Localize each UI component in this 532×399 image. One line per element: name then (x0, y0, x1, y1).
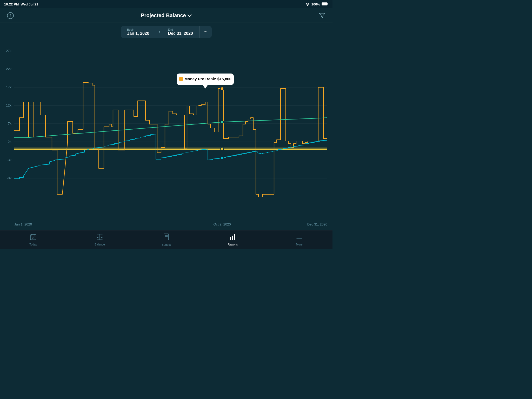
balance-icon (96, 234, 103, 242)
page-title: Projected Balance (141, 12, 191, 18)
nav-label-budget: Budget (162, 243, 171, 246)
begin-label: Begin (127, 28, 134, 31)
chevron-down-icon (188, 12, 192, 18)
svg-text:17k: 17k (6, 85, 11, 89)
battery-percent: 100% (311, 2, 320, 6)
svg-text:?: ? (9, 14, 11, 18)
svg-point-27 (221, 156, 224, 159)
begin-value: Jan 1, 2020 (127, 31, 149, 36)
svg-text:7k: 7k (8, 122, 11, 125)
nav-item-budget[interactable]: Budget (133, 230, 200, 249)
main-content: 27k 22k 17k 12k 7k 2k -3k -8k (0, 41, 332, 230)
svg-text:22k: 22k (6, 67, 11, 71)
battery-icon (322, 2, 328, 6)
svg-rect-1 (322, 3, 327, 5)
nav-item-today[interactable]: 21 Today (0, 230, 66, 249)
svg-text:12k: 12k (6, 103, 11, 107)
nav-label-reports: Reports (228, 243, 238, 246)
status-time-date: 10:22 PM Wed Jul 21 (4, 2, 38, 6)
status-bar: 10:22 PM Wed Jul 21 100% (0, 0, 332, 8)
status-right: 100% (305, 2, 328, 6)
chart-wrapper[interactable]: 27k 22k 17k 12k 7k 2k -3k -8k (0, 41, 332, 230)
svg-point-24 (221, 87, 224, 90)
svg-text:-8k: -8k (7, 176, 12, 180)
end-label: End (168, 28, 173, 31)
end-date[interactable]: End Dec 31, 2020 (162, 26, 199, 38)
svg-text:Money Pro Bank: $15,800: Money Pro Bank: $15,800 (184, 77, 231, 81)
budget-icon (163, 233, 169, 242)
svg-point-26 (221, 147, 224, 150)
date-range-bar: Begin Jan 1, 2020 End Dec 31, 2020 ··· (0, 23, 332, 41)
header: ? Projected Balance (0, 8, 332, 23)
svg-rect-49 (230, 237, 231, 240)
today-icon: 21 (30, 234, 37, 242)
nav-label-today: Today (29, 243, 37, 246)
projected-balance-chart[interactable]: 27k 22k 17k 12k 7k 2k -3k -8k (0, 41, 332, 230)
nav-label-more: More (296, 243, 302, 246)
svg-rect-50 (232, 236, 233, 240)
wifi-icon (305, 2, 310, 6)
bottom-nav: 21 Today Balance (0, 230, 332, 249)
svg-text:2k: 2k (8, 140, 11, 144)
nav-item-more[interactable]: More (266, 230, 332, 249)
nav-label-balance: Balance (95, 243, 105, 246)
svg-text:Dec 31, 2020: Dec 31, 2020 (307, 222, 327, 226)
help-button[interactable]: ? (5, 12, 16, 19)
date-more-button[interactable]: ··· (199, 26, 212, 38)
reports-icon (229, 234, 236, 242)
date-arrow-icon (156, 26, 162, 38)
begin-date[interactable]: Begin Jan 1, 2020 (121, 26, 155, 38)
svg-rect-45 (164, 234, 169, 240)
filter-button[interactable] (317, 13, 327, 18)
svg-text:-3k: -3k (7, 158, 12, 162)
svg-text:Oct 2, 2020: Oct 2, 2020 (213, 222, 231, 226)
end-value: Dec 31, 2020 (168, 31, 193, 36)
svg-rect-51 (234, 234, 235, 240)
svg-text:21: 21 (32, 237, 35, 240)
more-icon (296, 234, 303, 242)
nav-item-reports[interactable]: Reports (200, 230, 266, 249)
nav-item-balance[interactable]: Balance (66, 230, 133, 249)
svg-text:Jan 1, 2020: Jan 1, 2020 (14, 222, 32, 226)
date-range-selector[interactable]: Begin Jan 1, 2020 End Dec 31, 2020 ··· (121, 26, 212, 38)
svg-point-25 (221, 121, 224, 124)
svg-rect-33 (179, 77, 183, 81)
svg-text:27k: 27k (6, 49, 11, 53)
